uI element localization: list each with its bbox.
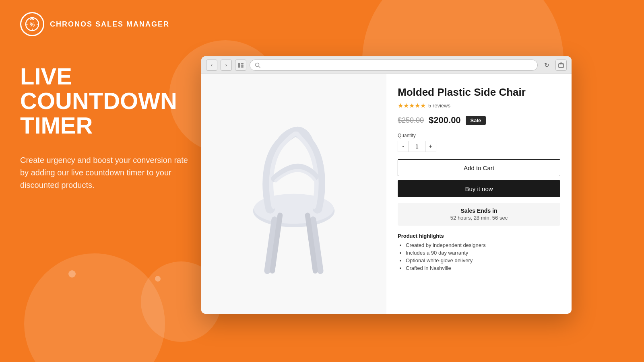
headline: LIVE COUNTDOWN TIMER	[20, 64, 193, 138]
add-to-cart-button[interactable]: Add to Cart	[398, 159, 560, 176]
share-button[interactable]	[555, 60, 567, 71]
highlight-item: Optional white-glove delivery	[406, 257, 560, 263]
countdown-time: 52 hours, 28 min, 56 sec	[404, 215, 554, 221]
svg-rect-9	[241, 66, 244, 68]
highlights-list: Created by independent designersIncludes…	[398, 242, 560, 271]
buy-now-button[interactable]: Buy it now	[398, 180, 560, 197]
product-info: Molded Plastic Side Chair ★★★★★ 5 review…	[386, 74, 572, 314]
quantity-input[interactable]	[409, 141, 425, 152]
svg-line-11	[259, 66, 260, 68]
product-title: Molded Plastic Side Chair	[398, 86, 560, 99]
left-content: LIVE COUNTDOWN TIMER Create urgency and …	[20, 64, 193, 191]
browser-chrome: ‹ › ↻	[201, 56, 572, 74]
highlight-item: Includes a 90 day warranty	[406, 250, 560, 256]
chair-image	[229, 112, 358, 275]
product-image-area	[201, 74, 386, 314]
svg-text:%: %	[30, 21, 35, 28]
quantity-decrease-button[interactable]: -	[398, 141, 409, 152]
countdown-title: Sales Ends in	[404, 208, 554, 214]
price-row: $250.00 $200.00 Sale	[398, 115, 560, 125]
highlight-item: Created by independent designers	[406, 242, 560, 248]
sale-price: $200.00	[429, 115, 461, 125]
description-text: Create urgency and boost your conversion…	[20, 154, 193, 191]
browser-content: Molded Plastic Side Chair ★★★★★ 5 review…	[201, 74, 572, 314]
svg-rect-6	[238, 63, 240, 68]
logo-icon: %	[20, 12, 44, 36]
svg-rect-12	[559, 64, 564, 68]
browser-window: ‹ › ↻	[201, 56, 572, 314]
sidebar-button[interactable]	[235, 60, 246, 71]
address-bar[interactable]	[250, 60, 538, 71]
sale-badge: Sale	[466, 116, 486, 125]
headline-line2: TIMER	[20, 112, 93, 138]
reload-button[interactable]: ↻	[541, 60, 552, 71]
star-rating: ★★★★★	[398, 102, 426, 109]
countdown-box: Sales Ends in 52 hours, 28 min, 56 sec	[398, 203, 560, 226]
quantity-label: Quantity	[398, 133, 560, 138]
headline-line1: LIVE COUNTDOWN	[20, 63, 177, 114]
highlights-title: Product highlights	[398, 233, 560, 239]
quantity-row: - +	[398, 141, 560, 152]
brand-name: CHRONOS SALES MANAGER	[50, 20, 169, 29]
stars-row: ★★★★★ 5 reviews	[398, 102, 560, 109]
svg-rect-8	[241, 64, 244, 66]
back-button[interactable]: ‹	[206, 60, 217, 71]
svg-rect-7	[241, 63, 244, 64]
highlight-item: Crafted in Nashville	[406, 265, 560, 271]
reviews-count: 5 reviews	[428, 103, 450, 109]
original-price: $250.00	[398, 116, 424, 125]
header: % CHRONOS SALES MANAGER	[20, 12, 169, 36]
forward-button[interactable]: ›	[221, 60, 232, 71]
quantity-increase-button[interactable]: +	[425, 141, 436, 152]
search-icon	[255, 62, 260, 68]
